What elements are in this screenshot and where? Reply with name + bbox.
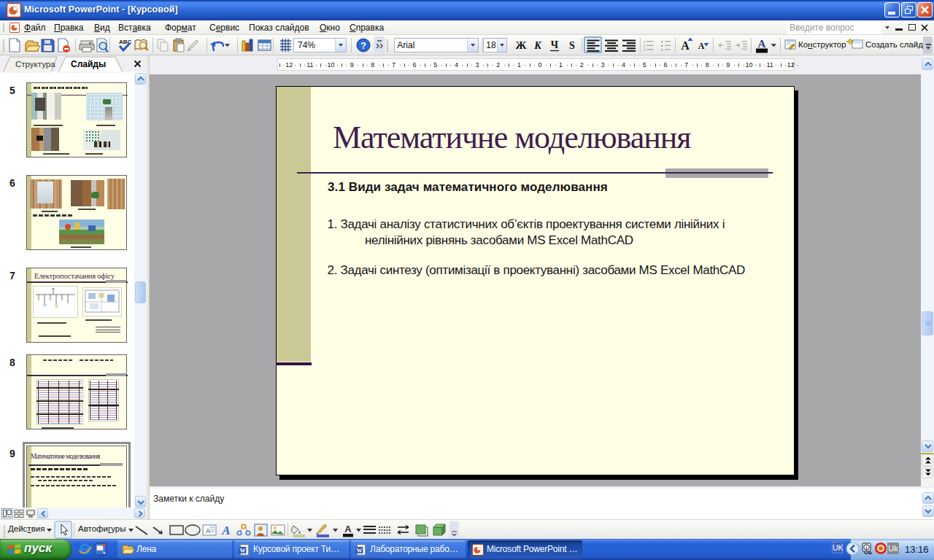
svg-text:W: W xyxy=(357,548,363,554)
svg-text:A: A xyxy=(221,524,230,537)
svg-text:W: W xyxy=(240,548,246,554)
svg-text:S: S xyxy=(569,40,575,51)
svg-text:A: A xyxy=(758,38,766,50)
svg-text:3: 3 xyxy=(643,47,645,52)
svg-text:A: A xyxy=(698,41,705,51)
svg-text:?: ? xyxy=(360,40,366,51)
svg-text:A: A xyxy=(681,39,690,52)
svg-text:Ж: Ж xyxy=(516,39,527,51)
svg-text:К: К xyxy=(533,40,542,51)
svg-text:▾▾: ▾▾ xyxy=(377,39,382,43)
svg-text:A: A xyxy=(206,527,210,534)
svg-text:A: A xyxy=(344,524,352,534)
svg-text:Ч: Ч xyxy=(551,39,559,50)
